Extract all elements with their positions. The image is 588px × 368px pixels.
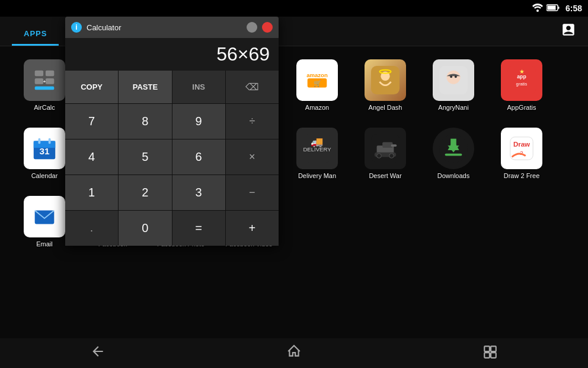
- svg-text:gratis: gratis: [516, 81, 528, 86]
- app-label-aircalc: AirCalc: [34, 104, 55, 111]
- app-label-email: Email: [36, 240, 53, 248]
- svg-rect-75: [445, 153, 462, 156]
- calculator: i Calculator 56×69 COPY PASTE INS ⌫ 7 8 …: [65, 17, 279, 246]
- calc-add-button[interactable]: +: [226, 211, 279, 246]
- app-amazon[interactable]: amazon 🛒 Amazon: [285, 52, 350, 118]
- app-angrynani[interactable]: AngryNani: [421, 52, 486, 118]
- svg-text:🚚: 🚚: [311, 135, 324, 148]
- calc-4-button[interactable]: 4: [65, 139, 118, 175]
- calc-equals-button[interactable]: =: [172, 211, 225, 246]
- svg-rect-6: [46, 70, 54, 76]
- app-label-calendar: Calendar: [31, 172, 58, 179]
- store-icon[interactable]: [561, 22, 576, 46]
- app-label-draw2: Draw 2 Free: [504, 172, 540, 179]
- svg-rect-5: [35, 70, 43, 76]
- app-label-desert-war: Desert War: [369, 172, 401, 179]
- time-display: 6:58: [565, 4, 582, 13]
- calc-5-button[interactable]: 5: [119, 139, 171, 175]
- svg-rect-3: [558, 7, 559, 9]
- svg-text:amazon: amazon: [306, 72, 328, 78]
- svg-point-32: [455, 75, 457, 78]
- svg-text:+: +: [43, 78, 46, 84]
- calc-9-button[interactable]: 9: [172, 104, 225, 139]
- svg-point-31: [450, 75, 452, 78]
- svg-rect-7: [35, 78, 43, 84]
- status-bar: 6:58: [0, 0, 588, 17]
- nav-bar: [0, 338, 588, 368]
- svg-rect-41: [38, 138, 40, 144]
- app-appgratis[interactable]: app gratis ★ AppGratis: [489, 52, 554, 118]
- wifi-icon: [532, 4, 543, 14]
- app-label-delivery: Delivery Man: [298, 172, 336, 179]
- calc-minimize-button[interactable]: [247, 22, 257, 33]
- svg-point-68: [377, 153, 382, 158]
- svg-text:Draw: Draw: [513, 141, 530, 148]
- calc-6-button[interactable]: 6: [172, 139, 225, 175]
- calc-ins-button[interactable]: INS: [172, 71, 225, 103]
- svg-text:🛒: 🛒: [314, 79, 322, 87]
- calc-2-button[interactable]: 2: [119, 175, 171, 210]
- calc-info-icon: i: [71, 22, 82, 33]
- app-delivery[interactable]: DELIVERY 🚚 Delivery Man: [285, 120, 350, 186]
- calc-divide-button[interactable]: ÷: [226, 104, 279, 139]
- calc-title: Calculator: [87, 23, 242, 32]
- back-button[interactable]: [72, 339, 123, 367]
- app-label-angel: Angel Dash: [369, 104, 402, 111]
- calc-keypad: COPY PASTE INS ⌫ 7 8 9 ÷ 4 5 6 × 1 2 3 −…: [65, 71, 279, 246]
- battery-icon: [547, 4, 560, 13]
- app-downloads[interactable]: Downloads: [421, 120, 486, 186]
- home-button[interactable]: [269, 339, 319, 367]
- calc-dot-button[interactable]: .: [65, 211, 118, 246]
- calc-0-button[interactable]: 0: [119, 211, 171, 246]
- app-desert-war[interactable]: Desert War: [353, 120, 418, 186]
- svg-point-30: [446, 70, 460, 84]
- app-label-angrynani: AngryNani: [438, 104, 468, 111]
- app-draw2[interactable]: Draw 2 Draw 2 Free: [489, 120, 554, 186]
- svg-text:★: ★: [519, 68, 525, 75]
- app-label-amazon: Amazon: [305, 104, 329, 111]
- calc-8-button[interactable]: 8: [119, 104, 171, 139]
- svg-text:31: 31: [39, 145, 50, 156]
- calc-3-button[interactable]: 3: [172, 175, 225, 210]
- svg-rect-9: [35, 86, 55, 90]
- svg-rect-91: [491, 353, 496, 358]
- svg-rect-89: [491, 346, 496, 351]
- calc-close-button[interactable]: [262, 22, 273, 33]
- calc-7-button[interactable]: 7: [65, 104, 118, 139]
- calc-display: 56×69: [65, 38, 279, 71]
- svg-point-0: [536, 9, 539, 12]
- calc-copy-button[interactable]: COPY: [65, 71, 118, 103]
- app-label-downloads: Downloads: [437, 172, 469, 179]
- calc-paste-button[interactable]: PASTE: [119, 71, 171, 103]
- svg-rect-8: [46, 78, 54, 84]
- calc-1-button[interactable]: 1: [65, 175, 118, 210]
- calc-titlebar: i Calculator: [65, 17, 279, 38]
- calc-multiply-button[interactable]: ×: [226, 139, 279, 175]
- svg-rect-42: [49, 138, 51, 144]
- calc-backspace-button[interactable]: ⌫: [226, 71, 279, 103]
- svg-rect-70: [391, 144, 397, 147]
- app-angel-dash[interactable]: Angel Dash: [353, 52, 418, 118]
- app-label-appgratis: AppGratis: [507, 104, 536, 111]
- calc-subtract-button[interactable]: −: [226, 175, 279, 210]
- svg-rect-88: [484, 346, 490, 351]
- svg-rect-90: [484, 353, 490, 358]
- svg-rect-2: [547, 5, 555, 9]
- tab-apps[interactable]: APPS: [12, 23, 59, 46]
- svg-point-69: [389, 153, 394, 158]
- recents-button[interactable]: [465, 339, 516, 367]
